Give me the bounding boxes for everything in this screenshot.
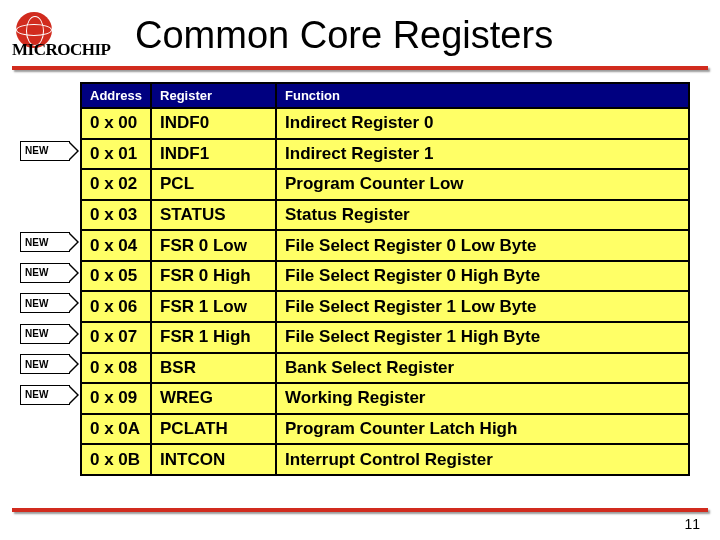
cell-address: 0 x 04 (81, 230, 151, 261)
cell-register: PCLATH (151, 414, 276, 445)
table-row: 0 x 06FSR 1 LowFile Select Register 1 Lo… (81, 291, 689, 322)
slide-header: MICROCHIP Common Core Registers (0, 0, 720, 66)
cell-address: 0 x 0B (81, 444, 151, 475)
new-badge: NEW (20, 354, 70, 374)
new-badge: NEW (20, 141, 70, 161)
badge-spacer (20, 171, 80, 202)
logo-text: MICROCHIP (12, 40, 110, 60)
new-badges-column: NEWNEWNEWNEWNEWNEWNEW (20, 82, 80, 476)
new-badge: NEW (20, 232, 70, 252)
cell-function: File Select Register 0 Low Byte (276, 230, 689, 261)
cell-function: File Select Register 1 Low Byte (276, 291, 689, 322)
badge-spacer (20, 202, 80, 233)
cell-register: INTCON (151, 444, 276, 475)
col-function: Function (276, 83, 689, 108)
cell-register: STATUS (151, 200, 276, 231)
table-row: 0 x 02PCLProgram Counter Low (81, 169, 689, 200)
cell-address: 0 x 02 (81, 169, 151, 200)
microchip-logo: MICROCHIP (12, 10, 127, 60)
cell-function: Interrupt Control Register (276, 444, 689, 475)
slide-title: Common Core Registers (135, 14, 553, 57)
cell-function: Working Register (276, 383, 689, 414)
cell-address: 0 x 03 (81, 200, 151, 231)
badge-spacer (20, 110, 80, 141)
badge-spacer (20, 415, 80, 446)
cell-address: 0 x 05 (81, 261, 151, 292)
cell-address: 0 x 07 (81, 322, 151, 353)
table-row: 0 x 00INDF0Indirect Register 0 (81, 108, 689, 139)
table-row: 0 x 07FSR 1 HighFile Select Register 1 H… (81, 322, 689, 353)
cell-address: 0 x 0A (81, 414, 151, 445)
table-row: 0 x 0BINTCONInterrupt Control Register (81, 444, 689, 475)
cell-register: PCL (151, 169, 276, 200)
table-row: 0 x 05FSR 0 HighFile Select Register 0 H… (81, 261, 689, 292)
cell-function: Indirect Register 1 (276, 139, 689, 170)
page-number: 11 (12, 516, 708, 532)
cell-function: Bank Select Register (276, 353, 689, 384)
new-badge: NEW (20, 324, 70, 344)
new-badge: NEW (20, 385, 70, 405)
title-underline (0, 66, 720, 78)
cell-register: FSR 0 Low (151, 230, 276, 261)
table-row: 0 x 01INDF1Indirect Register 1 (81, 139, 689, 170)
cell-address: 0 x 00 (81, 108, 151, 139)
table-row: 0 x 04FSR 0 LowFile Select Register 0 Lo… (81, 230, 689, 261)
cell-register: FSR 1 Low (151, 291, 276, 322)
cell-register: INDF0 (151, 108, 276, 139)
cell-register: WREG (151, 383, 276, 414)
cell-function: Indirect Register 0 (276, 108, 689, 139)
badge-spacer (20, 446, 80, 477)
new-badge: NEW (20, 263, 70, 283)
cell-address: 0 x 08 (81, 353, 151, 384)
slide-footer: 11 (12, 508, 708, 532)
new-badge: NEW (20, 293, 70, 313)
cell-address: 0 x 09 (81, 383, 151, 414)
table-row: 0 x 03STATUSStatus Register (81, 200, 689, 231)
table-row: 0 x 09WREGWorking Register (81, 383, 689, 414)
cell-function: File Select Register 0 High Byte (276, 261, 689, 292)
cell-address: 0 x 06 (81, 291, 151, 322)
register-table: Address Register Function 0 x 00INDF0Ind… (80, 82, 690, 476)
col-address: Address (81, 83, 151, 108)
cell-address: 0 x 01 (81, 139, 151, 170)
table-row: 0 x 08BSRBank Select Register (81, 353, 689, 384)
table-row: 0 x 0APCLATHProgram Counter Latch High (81, 414, 689, 445)
cell-function: Status Register (276, 200, 689, 231)
cell-function: Program Counter Low (276, 169, 689, 200)
col-register: Register (151, 83, 276, 108)
cell-register: BSR (151, 353, 276, 384)
cell-function: Program Counter Latch High (276, 414, 689, 445)
cell-register: INDF1 (151, 139, 276, 170)
cell-register: FSR 1 High (151, 322, 276, 353)
register-table-body: 0 x 00INDF0Indirect Register 00 x 01INDF… (81, 108, 689, 475)
cell-register: FSR 0 High (151, 261, 276, 292)
cell-function: File Select Register 1 High Byte (276, 322, 689, 353)
